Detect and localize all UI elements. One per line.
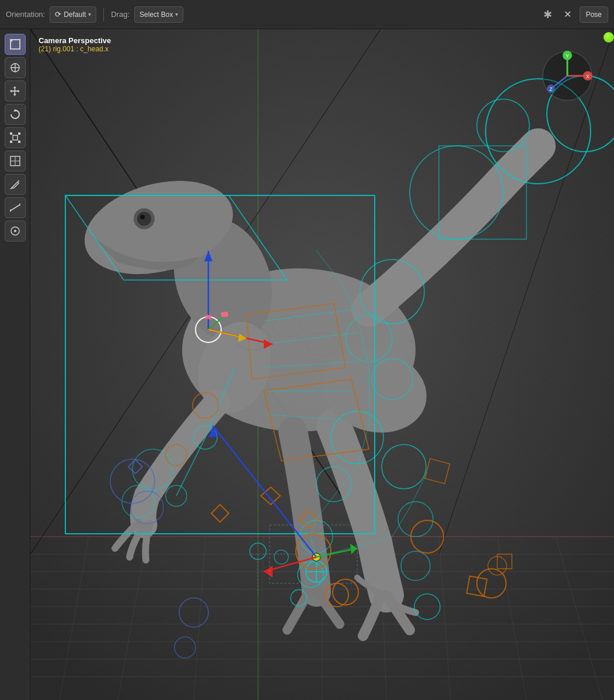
svg-text:X: X — [586, 74, 589, 79]
drag-arrow: ▾ — [175, 11, 178, 18]
transform-icon — [9, 155, 21, 167]
scale-icon — [9, 132, 21, 144]
tool-move[interactable] — [5, 80, 26, 102]
toolbar-right: ✱ ✕ Pose — [540, 6, 608, 23]
viewport-info: Camera Perspective (21) rig.001 : c_head… — [39, 36, 111, 53]
move-icon — [9, 85, 21, 97]
tool-cursor[interactable] — [5, 57, 26, 78]
drag-label: Drag: — [111, 10, 130, 19]
svg-text:Z: Z — [549, 86, 553, 92]
close-icon[interactable]: ✕ — [560, 6, 576, 23]
svg-rect-6 — [13, 135, 18, 140]
orientation-icon: ⟳ — [55, 10, 61, 19]
rotate-icon — [9, 108, 21, 120]
tool-transform[interactable] — [5, 150, 26, 172]
measure-icon — [9, 202, 21, 214]
orientation-label: Orientation: — [6, 10, 45, 19]
cursor-icon — [9, 62, 21, 74]
annotate-icon — [9, 178, 21, 190]
tool-annotate[interactable] — [5, 174, 26, 195]
left-sidebar — [0, 29, 30, 700]
select-box-icon — [9, 38, 21, 50]
orientation-dropdown[interactable]: ⟳ Default ▾ — [50, 6, 96, 23]
svg-line-14 — [11, 205, 20, 211]
orientation-arrow: ▾ — [88, 11, 91, 18]
svg-rect-125 — [205, 315, 212, 320]
svg-rect-10 — [18, 141, 20, 143]
drag-dropdown[interactable]: Select Box ▾ — [134, 6, 183, 23]
svg-rect-7 — [10, 132, 12, 135]
camera-perspective-title: Camera Perspective — [39, 36, 111, 45]
svg-rect-8 — [18, 132, 20, 135]
top-toolbar: Orientation: ⟳ Default ▾ Drag: Select Bo… — [0, 0, 614, 29]
render-indicator — [603, 32, 614, 43]
tool-scale[interactable] — [5, 127, 26, 148]
orientation-value: Default — [64, 10, 86, 19]
svg-point-18 — [14, 230, 16, 232]
extra-icon — [9, 225, 21, 237]
svg-rect-9 — [10, 141, 12, 143]
svg-point-48 — [137, 212, 151, 226]
tool-select-box[interactable] — [5, 34, 26, 55]
svg-point-1 — [11, 40, 12, 42]
svg-text:Y: Y — [566, 53, 569, 59]
drag-value: Select Box — [139, 10, 173, 19]
tool-extra[interactable] — [5, 220, 26, 242]
settings-icon[interactable]: ✱ — [540, 6, 556, 23]
camera-subtitle: (21) rig.001 : c_head.x — [39, 45, 111, 53]
viewport[interactable]: Camera Perspective (21) rig.001 : c_head… — [30, 29, 614, 700]
pose-button[interactable]: Pose — [580, 6, 608, 23]
tool-measure[interactable] — [5, 197, 26, 218]
svg-point-49 — [140, 215, 145, 219]
tool-rotate[interactable] — [5, 104, 26, 125]
separator-1 — [103, 8, 104, 22]
scene-svg: X Y Z — [30, 29, 614, 700]
